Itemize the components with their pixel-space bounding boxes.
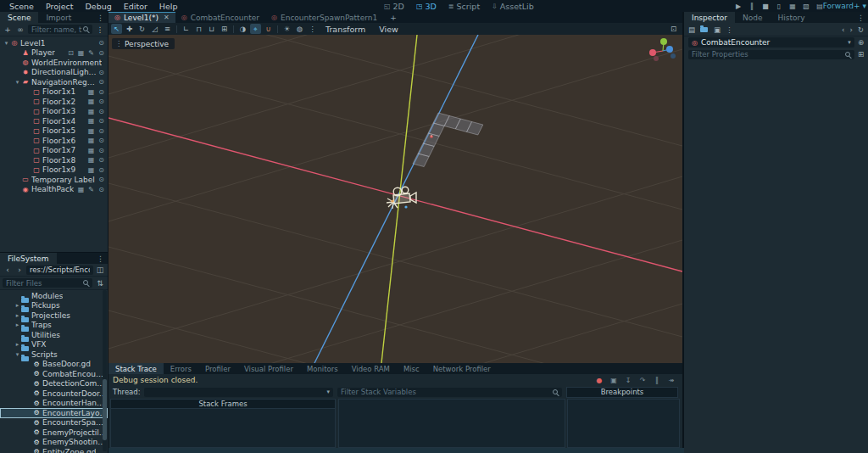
scene-tree-item[interactable]: ▭ Temporary Label ⊙ <box>0 175 108 185</box>
editor-mode-button[interactable]: ⇩ AssetLib <box>487 2 538 11</box>
editor-mode-button[interactable]: ◳ 3D <box>412 2 441 11</box>
scene-tree-item[interactable]: ▢ Floor1x2 ▦⊙ <box>0 97 108 107</box>
debugger-tab[interactable]: Misc <box>397 363 426 374</box>
file-tree-item[interactable]: Utilities <box>0 330 108 340</box>
transform-menu[interactable]: Transform <box>320 25 371 34</box>
resource-path-input[interactable] <box>26 266 93 275</box>
select-tool-button[interactable]: ↖ <box>111 24 122 34</box>
visibility-icon[interactable]: ⊙ <box>97 147 106 154</box>
ruler-button[interactable]: ∟ <box>181 24 192 34</box>
menu-item[interactable]: Editor <box>119 2 153 11</box>
edit-forward-icon[interactable]: › <box>849 25 852 34</box>
visibility-icon[interactable]: ⊙ <box>97 137 106 144</box>
group-icon[interactable]: ▦ <box>86 137 96 144</box>
file-tree-item[interactable]: ⚙ EnemyShootingComponent.gd <box>0 438 108 448</box>
sort-files-icon[interactable]: ⇅ <box>95 279 105 288</box>
step-into-icon[interactable]: ↧ <box>624 377 632 384</box>
script-badge-icon[interactable]: ✎ <box>86 186 96 193</box>
visibility-icon[interactable]: ⊙ <box>97 88 106 96</box>
file-tree-item[interactable]: ⚙ CombatEncounter.gd <box>0 369 108 379</box>
close-tab-icon[interactable]: ✕ <box>164 14 170 21</box>
file-tree-item[interactable]: ⚙ EncounterDoor.gd <box>0 389 108 399</box>
object-history-icon[interactable]: ↻ <box>858 25 864 34</box>
file-tree-item[interactable]: ⚙ DetectionComponent.gd <box>0 379 108 389</box>
view-menu[interactable]: View <box>373 25 404 34</box>
visibility-icon[interactable]: ⊙ <box>97 117 106 125</box>
group-icon[interactable]: ▦ <box>86 147 96 154</box>
scene-tree-item[interactable]: ◉ HealthPack ▦✎⊙ <box>0 185 108 195</box>
extra-options-icon[interactable]: ⋮ <box>307 24 318 34</box>
camera-preview-button[interactable]: ◑ <box>237 24 248 34</box>
pin-icon[interactable]: ⊕ <box>858 38 864 47</box>
debugger-tab[interactable]: Visual Profiler <box>237 363 300 374</box>
scene-tree-item[interactable]: ▢ Floor1x3 ▦⊙ <box>0 107 108 117</box>
resource-new-icon[interactable]: ▤ <box>688 25 695 34</box>
visibility-icon[interactable]: ⊙ <box>97 49 106 57</box>
group-icon[interactable]: ▦ <box>86 108 96 115</box>
split-view-icon[interactable]: ◫ <box>95 266 105 274</box>
file-tree-item[interactable]: ▸ Pickups <box>0 301 108 311</box>
scene-tree-item[interactable]: ▢ Floor1x4 ▦⊙ <box>0 116 108 126</box>
file-tree-item[interactable]: ⚙ EnemyProjectile.gd <box>0 428 108 438</box>
scene-tree-item[interactable]: ▢ Floor1x8 ▦⊙ <box>0 155 108 165</box>
visibility-icon[interactable]: ⊙ <box>97 39 106 47</box>
scene-tree-item[interactable]: ▢ Floor1x6 ▦⊙ <box>0 136 108 146</box>
visibility-icon[interactable]: ⊙ <box>97 78 106 86</box>
debugger-tab[interactable]: Video RAM <box>345 363 397 374</box>
resource-load-icon[interactable] <box>700 25 709 33</box>
editor-mode-button[interactable]: ◱ 2D <box>380 2 409 11</box>
resource-menu-icon[interactable]: ⋮ <box>726 25 733 34</box>
group-icon[interactable]: ▦ <box>86 156 96 164</box>
scene-tree-item[interactable]: ▾ ▰ NavigationRegion3D ⊙ <box>0 77 108 87</box>
rotate-tool-button[interactable]: ↻ <box>136 24 147 34</box>
perspective-menu[interactable]: ⋮ Perspective <box>112 38 175 49</box>
filesystem-menu-icon[interactable]: ⋮ <box>93 253 108 264</box>
debugger-tab[interactable]: Profiler <box>198 363 237 374</box>
viewport-3d[interactable]: ⋮ Perspective <box>108 35 682 363</box>
visibility-icon[interactable]: ⊙ <box>97 156 106 164</box>
menu-item[interactable]: Project <box>41 2 79 11</box>
visibility-icon[interactable]: ⊙ <box>97 98 106 105</box>
list-select-button[interactable]: ≡ <box>162 24 173 34</box>
scene-tree-item[interactable]: ◍ WorldEnvironment <box>0 58 108 68</box>
visibility-icon[interactable]: ⊙ <box>97 127 106 135</box>
stack-frames-list[interactable]: Stack Frames <box>110 399 336 448</box>
panel-menu-icon[interactable]: ⋮ <box>854 12 868 23</box>
scene-tree-item[interactable]: ▢ Floor1x1 ▦⊙ <box>0 87 108 98</box>
visibility-icon[interactable]: ⊙ <box>97 69 106 76</box>
debugger-tab[interactable]: Network Profiler <box>426 363 498 374</box>
new-tab-button[interactable]: + <box>383 12 403 23</box>
unlock-button[interactable]: ⊔ <box>206 24 217 34</box>
debugger-tab[interactable]: Errors <box>164 363 198 374</box>
play-custom-scene-button[interactable]: ▧ <box>802 3 810 10</box>
thread-dropdown[interactable]: ▾ <box>144 388 333 397</box>
step-over-icon[interactable]: ↷ <box>638 377 647 384</box>
file-tree-item[interactable]: ▸ Traps <box>0 321 108 331</box>
play-scene-button[interactable]: ▦ <box>788 3 797 10</box>
file-tree-item[interactable]: ⚙ BaseDoor.gd <box>0 360 108 370</box>
expander-icon[interactable]: ▸ <box>14 302 21 309</box>
panel-tab[interactable]: Scene <box>0 12 38 23</box>
visibility-icon[interactable]: ⊙ <box>97 176 106 183</box>
scene-tree-item[interactable]: ▢ Floor1x5 ▦⊙ <box>0 126 108 137</box>
remote-debug-button[interactable]: ▯ <box>775 3 783 10</box>
debugger-tab[interactable]: Monitors <box>300 363 345 374</box>
edit-back-icon[interactable]: ‹ <box>842 25 844 34</box>
expander-icon[interactable]: ▾ <box>14 79 21 86</box>
edited-object-dropdown[interactable]: ◎ CombatEncounter ▾ <box>688 37 854 48</box>
file-tree-item[interactable]: ⚙ EntityZone.gd <box>0 447 108 453</box>
group-icon[interactable]: ▦ <box>86 127 96 135</box>
scene-tab[interactable]: ◎ EncounterSpawnPattern1 <box>265 12 383 23</box>
filesystem-filter-input[interactable] <box>3 278 92 288</box>
renderer-dropdown[interactable]: Forward+ ▾ <box>823 0 866 12</box>
group-icon[interactable]: ▦ <box>76 186 86 193</box>
record-icon[interactable]: ● <box>595 377 604 384</box>
file-tree-item[interactable]: ⚙ EncounterHandler.gd <box>0 399 108 409</box>
panel-tab[interactable]: Import <box>38 12 79 23</box>
group-button[interactable]: ⊞ <box>219 24 230 34</box>
expander-icon[interactable]: ▾ <box>14 351 21 358</box>
file-tree-item[interactable]: ⚙ EncounterLayout.gd <box>0 408 108 418</box>
scrollbar[interactable] <box>103 290 107 451</box>
group-icon[interactable]: ▦ <box>86 88 96 96</box>
scene-tree-item[interactable]: ▾ ◎ Level1 ⊙ <box>0 38 108 48</box>
